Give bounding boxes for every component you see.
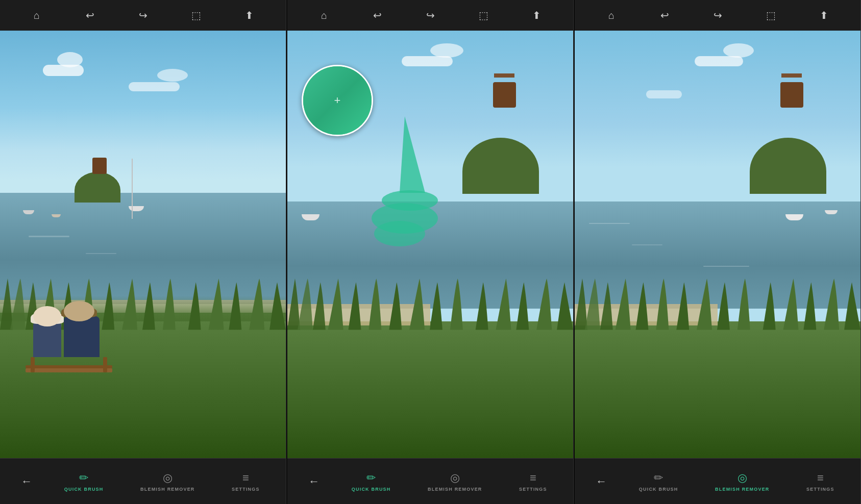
home-icon-2[interactable]: ⌂: [315, 6, 333, 24]
quick-brush-label-3: QUICK BRUSH: [639, 487, 678, 492]
settings-icon-2: ≡: [530, 471, 536, 485]
panel-3: ⌂ ↩ ↪ ⬚ ⬆: [575, 0, 861, 504]
photo-area-2[interactable]: +: [287, 31, 573, 458]
undo-icon-2[interactable]: ↩: [368, 6, 386, 24]
share-icon-1[interactable]: ⬆: [240, 6, 258, 24]
bottom-bar-2: ← ✏ QUICK BRUSH ◎ BLEMISH REMOVER ≡ SETT…: [287, 458, 573, 504]
selection-icon-2[interactable]: ⬚: [474, 6, 493, 24]
undo-icon-1[interactable]: ↩: [81, 6, 99, 24]
quick-brush-tool-3[interactable]: ✏ QUICK BRUSH: [634, 469, 683, 494]
blemish-icon-3: ◎: [737, 471, 747, 485]
share-icon-2[interactable]: ⬆: [527, 6, 546, 24]
toolbar-2: ⌂ ↩ ↪ ⬚ ⬆: [287, 0, 573, 31]
toolbar-3: ⌂ ↩ ↪ ⬚ ⬆: [575, 0, 860, 31]
redo-icon-1[interactable]: ↪: [134, 6, 152, 24]
redo-icon-2[interactable]: ↪: [421, 6, 439, 24]
quick-brush-tool-2[interactable]: ✏ QUICK BRUSH: [347, 469, 396, 494]
quick-brush-label-1: QUICK BRUSH: [64, 487, 104, 492]
photo-area-1: [0, 31, 286, 458]
settings-tool-1[interactable]: ≡ SETTINGS: [227, 469, 265, 494]
blemish-label-2: BLEMISH REMOVER: [428, 487, 482, 492]
settings-tool-2[interactable]: ≡ SETTINGS: [514, 469, 552, 494]
blemish-label-3: BLEMISH REMOVER: [715, 487, 770, 492]
back-button-2[interactable]: ←: [308, 475, 319, 488]
toolbar-1: ⌂ ↩ ↪ ⬚ ⬆: [0, 0, 286, 31]
blemish-remover-tool-1[interactable]: ◎ BLEMISH REMOVER: [135, 469, 200, 494]
home-icon-3[interactable]: ⌂: [602, 6, 621, 24]
svg-point-2: [374, 221, 425, 246]
brush-icon-3: ✏: [654, 471, 663, 485]
settings-icon-1: ≡: [242, 471, 249, 485]
back-button-3[interactable]: ←: [596, 475, 607, 488]
back-button-1[interactable]: ←: [21, 475, 32, 488]
blemish-remover-tool-2[interactable]: ◎ BLEMISH REMOVER: [423, 469, 487, 494]
blemish-icon-1: ◎: [163, 471, 173, 485]
quick-brush-tool-1[interactable]: ✏ QUICK BRUSH: [59, 469, 109, 494]
undo-icon-3[interactable]: ↩: [655, 6, 674, 24]
photo-area-3[interactable]: [575, 31, 860, 458]
selection-icon-3[interactable]: ⬚: [761, 6, 780, 24]
settings-tool-3[interactable]: ≡ SETTINGS: [801, 469, 840, 494]
selection-icon-1[interactable]: ⬚: [187, 6, 205, 24]
panel-2: ⌂ ↩ ↪ ⬚ ⬆: [287, 0, 574, 504]
redo-icon-3[interactable]: ↪: [708, 6, 727, 24]
crosshair-icon: +: [334, 94, 341, 107]
brush-icon-1: ✏: [79, 471, 88, 485]
brush-icon-2: ✏: [366, 471, 376, 485]
panel-1: ⌂ ↩ ↪ ⬚ ⬆: [0, 0, 286, 504]
bottom-bar-1: ← ✏ QUICK BRUSH ◎ BLEMISH REMOVER ≡ SETT…: [0, 458, 286, 504]
settings-label-3: SETTINGS: [806, 487, 834, 492]
bottom-bar-3: ← ✏ QUICK BRUSH ◎ BLEMISH REMOVER ≡ SETT…: [575, 458, 860, 504]
blemish-remover-tool-3[interactable]: ◎ BLEMISH REMOVER: [710, 469, 775, 494]
quick-brush-label-2: QUICK BRUSH: [352, 487, 391, 492]
blemish-icon-2: ◎: [450, 471, 460, 485]
settings-icon-3: ≡: [817, 471, 824, 485]
settings-label-2: SETTINGS: [519, 487, 547, 492]
share-icon-3[interactable]: ⬆: [815, 6, 833, 24]
settings-label-1: SETTINGS: [232, 487, 260, 492]
home-icon-1[interactable]: ⌂: [28, 6, 46, 24]
magnifier-circle: +: [302, 65, 373, 136]
blemish-label-1: BLEMISH REMOVER: [140, 487, 195, 492]
